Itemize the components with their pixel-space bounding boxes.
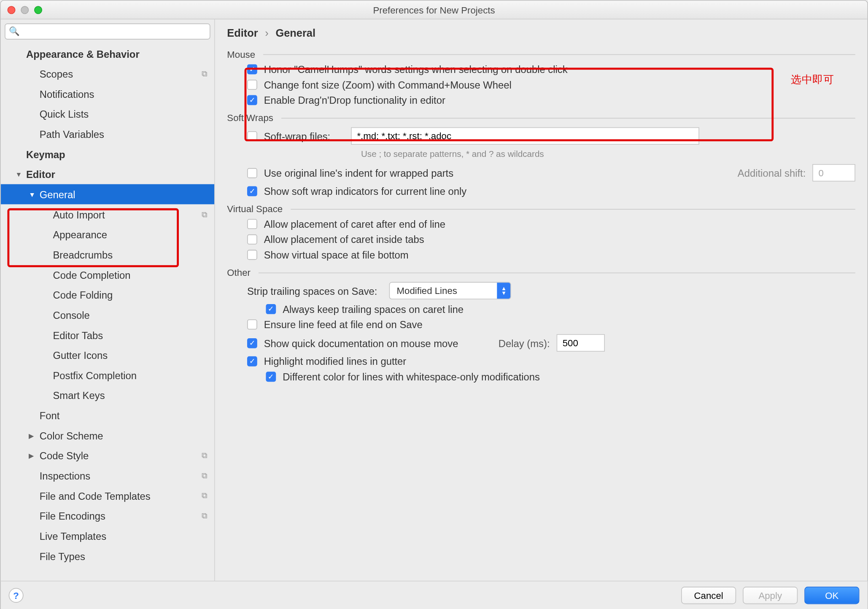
sidebar-item-quick-lists[interactable]: Quick Lists: [1, 104, 215, 124]
sidebar-item-code-completion[interactable]: Code Completion: [1, 264, 215, 285]
sidebar-item-scopes[interactable]: Scopes⧉: [1, 64, 215, 84]
chevron-down-icon: ▼: [16, 170, 22, 178]
sidebar-item-notifications[interactable]: Notifications: [1, 84, 215, 104]
copy-icon: ⧉: [202, 471, 208, 480]
virtual-space-bottom-checkbox[interactable]: [247, 250, 257, 260]
honor-camelhumps-checkbox[interactable]: [247, 64, 257, 74]
additional-shift-label: Additional shift:: [738, 167, 806, 178]
window-title: Preferences for New Projects: [1, 4, 868, 15]
keep-trailing-checkbox[interactable]: [266, 304, 276, 314]
sidebar-item-inspections[interactable]: Inspections⧉: [1, 466, 215, 486]
sidebar-item-appearance-behavior[interactable]: Appearance & Behavior: [1, 43, 215, 64]
ensure-lf-checkbox[interactable]: [247, 319, 257, 329]
sidebar-item-label: Appearance: [53, 229, 107, 240]
sidebar-item-code-style[interactable]: ▶Code Style⧉: [1, 445, 215, 466]
caret-after-eol-label: Allow placement of caret after end of li…: [264, 218, 445, 230]
copy-icon: ⧉: [202, 210, 208, 219]
sidebar-item-label: Breadcrumbs: [53, 249, 113, 260]
strip-trailing-select[interactable]: Modified Lines ▲▼: [389, 282, 511, 299]
sidebar-item-label: File Encodings: [40, 510, 105, 521]
sidebar-item-label: Code Style: [40, 450, 89, 461]
delay-label: Delay (ms):: [499, 337, 550, 349]
use-original-indent-label: Use original line's indent for wrapped p…: [264, 167, 453, 178]
sidebar-item-label: File Types: [40, 550, 85, 562]
sidebar-item-file-encodings[interactable]: File Encodings⧉: [1, 506, 215, 526]
highlight-gutter-checkbox[interactable]: [247, 356, 257, 366]
sidebar-item-label: Code Completion: [53, 269, 130, 280]
quick-doc-checkbox[interactable]: [247, 338, 257, 348]
titlebar: Preferences for New Projects: [1, 1, 868, 19]
sidebar-item-general[interactable]: ▼General: [1, 184, 215, 205]
sidebar-item-label: Scopes: [40, 68, 73, 79]
sidebar-item-font[interactable]: Font: [1, 405, 215, 426]
enable-dnd-label: Enable Drag'n'Drop functionality in edit…: [264, 94, 445, 106]
diff-color-checkbox[interactable]: [266, 372, 276, 382]
caret-after-eol-checkbox[interactable]: [247, 219, 257, 229]
sidebar-item-auto-import[interactable]: Auto Import⧉: [1, 204, 215, 224]
honor-camelhumps-label: Honor "CamelHumps" words settings when s…: [264, 64, 568, 75]
sidebar-item-live-templates[interactable]: Live Templates: [1, 526, 215, 546]
sidebar-item-postfix-completion[interactable]: Postfix Completion: [1, 365, 215, 385]
cancel-button[interactable]: Cancel: [681, 586, 736, 604]
copy-icon: ⧉: [202, 511, 208, 520]
sidebar-item-editor[interactable]: ▼Editor: [1, 164, 215, 184]
sidebar-item-smart-keys[interactable]: Smart Keys: [1, 385, 215, 405]
strip-trailing-label: Strip trailing spaces on Save:: [247, 285, 377, 296]
sidebar-item-label: Postfix Completion: [53, 369, 137, 381]
chevron-right-icon: ›: [265, 27, 268, 39]
sidebar-item-file-types[interactable]: File Types: [1, 546, 215, 566]
caret-inside-tabs-label: Allow placement of caret inside tabs: [264, 234, 424, 245]
sidebar-item-color-scheme[interactable]: ▶Color Scheme: [1, 425, 215, 445]
preferences-window: Preferences for New Projects 🔍 Appearanc…: [0, 0, 868, 609]
sidebar-item-label: Path Variables: [40, 128, 104, 140]
sidebar-item-path-variables[interactable]: Path Variables: [1, 124, 215, 144]
sidebar-item-label: Appearance & Behavior: [26, 48, 140, 59]
softwrap-files-label: Soft-wrap files:: [264, 130, 351, 142]
chevron-right-icon: ▶: [29, 452, 34, 459]
sidebar-item-label: Notifications: [40, 88, 94, 100]
softwrap-patterns-input[interactable]: [351, 127, 699, 145]
sidebar-item-breadcrumbs[interactable]: Breadcrumbs: [1, 245, 215, 265]
sidebar-item-gutter-icons[interactable]: Gutter Icons: [1, 345, 215, 365]
delay-input[interactable]: [556, 334, 604, 351]
sidebar-item-label: Inspections: [40, 470, 91, 481]
sidebar-item-label: Auto Import: [53, 209, 105, 220]
copy-icon: ⧉: [202, 491, 208, 500]
section-other: Other: [227, 267, 855, 278]
softwrap-indicators-label: Show soft wrap indicators for current li…: [264, 186, 467, 197]
search-input[interactable]: [5, 24, 210, 40]
softwrap-helper-text: Use ; to separate patterns, * and ? as w…: [361, 149, 855, 159]
apply-button[interactable]: Apply: [743, 586, 798, 604]
settings-panel: Editor › General Mouse Honor "CamelHumps…: [215, 19, 868, 582]
sidebar-item-label: Code Folding: [53, 289, 113, 300]
additional-shift-input[interactable]: [812, 164, 855, 181]
ok-button[interactable]: OK: [804, 586, 859, 604]
sidebar-item-editor-tabs[interactable]: Editor Tabs: [1, 325, 215, 345]
sidebar-item-appearance[interactable]: Appearance: [1, 224, 215, 245]
sidebar-item-label: Font: [40, 410, 60, 421]
settings-tree[interactable]: Appearance & BehaviorScopes⧉Notification…: [1, 43, 215, 582]
keep-trailing-label: Always keep trailing spaces on caret lin…: [283, 303, 464, 315]
sidebar-item-label: General: [40, 189, 75, 200]
sidebar-item-label: Editor Tabs: [53, 329, 103, 341]
softwrap-indicators-checkbox[interactable]: [247, 186, 257, 196]
breadcrumb-page: General: [275, 27, 315, 39]
caret-inside-tabs-checkbox[interactable]: [247, 234, 257, 245]
change-font-zoom-checkbox[interactable]: [247, 80, 257, 90]
sidebar-item-label: Editor: [26, 168, 55, 180]
section-mouse: Mouse: [227, 49, 855, 59]
sidebar-item-keymap[interactable]: Keymap: [1, 144, 215, 164]
sidebar-item-code-folding[interactable]: Code Folding: [1, 285, 215, 305]
sidebar-item-file-and-code-templates[interactable]: File and Code Templates⧉: [1, 485, 215, 506]
sidebar-item-label: Keymap: [26, 148, 65, 160]
softwrap-files-checkbox[interactable]: [247, 131, 257, 141]
sidebar-item-label: Console: [53, 309, 89, 321]
enable-dnd-checkbox[interactable]: [247, 95, 257, 105]
copy-icon: ⧉: [202, 69, 208, 78]
diff-color-label: Different color for lines with whitespac…: [283, 371, 540, 383]
sidebar-item-console[interactable]: Console: [1, 305, 215, 325]
highlight-gutter-label: Highlight modified lines in gutter: [264, 356, 407, 367]
use-original-indent-checkbox[interactable]: [247, 168, 257, 178]
sidebar-item-label: Live Templates: [40, 530, 106, 542]
help-button[interactable]: ?: [9, 587, 24, 602]
